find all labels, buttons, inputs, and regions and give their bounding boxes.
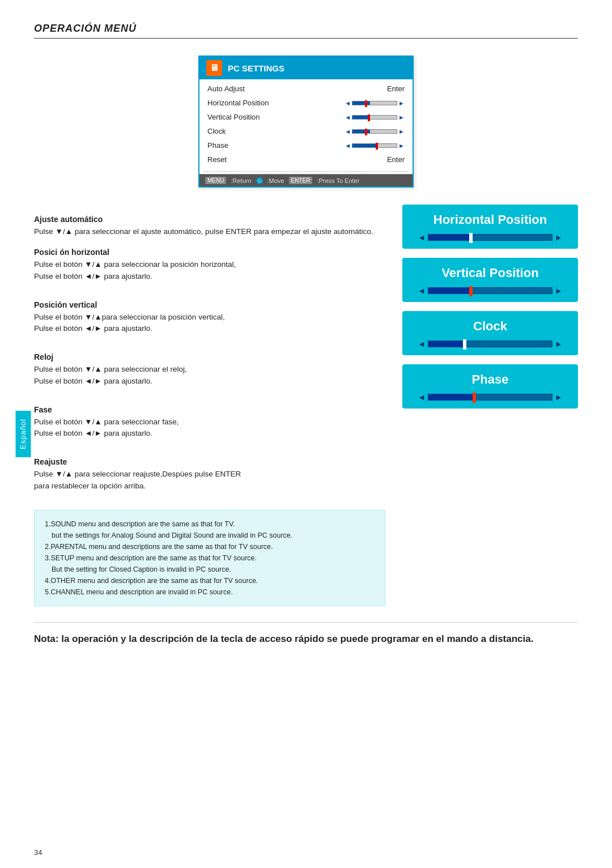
right-card-vertical: Vertical Position ◄ ►: [402, 258, 578, 302]
right-card-clock: Clock ◄ ►: [402, 311, 578, 355]
clock-bar-track: [352, 129, 397, 134]
pc-settings-footer: MENU :Return ⊙ :Move ENTER :Press To Ent…: [199, 174, 413, 186]
phase-left-arrow: ◄: [345, 142, 351, 149]
right-card-phase-slider: ◄ ►: [411, 393, 569, 402]
phase-card-left-arrow: ◄: [418, 393, 426, 402]
right-card-v-slider: ◄ ►: [411, 286, 569, 295]
pc-row-reset-value: Enter: [387, 155, 405, 164]
h-card-left-arrow: ◄: [418, 233, 426, 242]
v-left-arrow: ◄: [345, 114, 351, 121]
right-card-phase-title: Phase: [411, 372, 569, 387]
phase-card-right-arrow: ►: [555, 393, 563, 402]
clock-bar-thumb: [365, 129, 367, 135]
right-card-phase: Phase ◄ ►: [402, 364, 578, 409]
section-phase-text1: Pulse el botón ▼/▲ para seleccionar fase…: [34, 416, 385, 428]
clock-card-fill: [428, 341, 465, 347]
pc-row-vertical-position: Vertical Position ◄ ►: [199, 110, 413, 124]
phase-card-thumb: [473, 393, 476, 403]
pc-row-phase-label: Phase: [207, 141, 275, 150]
pc-settings-box: 🖥 PC SETTINGS Auto Adjust Enter Horizont…: [198, 56, 414, 188]
section-clock-text2: Pulse el botón ◄/► para ajustarlo.: [34, 376, 385, 387]
section-v-text1: Pulse el botón ▼/▲para seleccionar la po…: [34, 312, 385, 323]
pc-row-clock: Clock ◄ ►: [199, 124, 413, 138]
phase-card-fill: [428, 394, 475, 400]
section-clock: Reloj Pulse el botón ▼/▲ para selecciona…: [34, 352, 385, 387]
clock-right-arrow: ►: [398, 128, 405, 135]
phase-bar-track: [352, 143, 397, 148]
section-auto-adjust: Ajuste automático Pulse ▼/▲ para selecci…: [34, 215, 385, 237]
note-box: 1.SOUND menu and description are the sam…: [34, 510, 385, 606]
sidebar-label: Español: [15, 411, 31, 457]
left-arrow: ◄: [345, 100, 351, 107]
pc-settings-icon: 🖥: [206, 60, 222, 76]
right-card-clock-title: Clock: [411, 319, 569, 334]
pc-settings-title: PC SETTINGS: [228, 63, 284, 73]
section-phase: Fase Pulse el botón ▼/▲ para seleccionar…: [34, 405, 385, 440]
section-reset: Reajuste Pulse ▼/▲ para seleccionar reaj…: [34, 457, 385, 492]
clock-card-track: [428, 341, 552, 347]
note-item-5: 4.OTHER menu and description are the sam…: [45, 575, 375, 586]
section-reset-text1: Pulse ▼/▲ para seleccionar reajuste,Desp…: [34, 469, 385, 480]
clock-card-thumb: [463, 339, 466, 350]
clock-card-right-arrow: ►: [555, 339, 563, 348]
v-card-thumb: [469, 286, 473, 296]
pc-row-phase: Phase ◄ ►: [199, 138, 413, 152]
clock-left-arrow: ◄: [345, 128, 351, 135]
h-card-thumb: [469, 233, 473, 243]
section-v-position: Posición vertical Pulse el botón ▼/▲para…: [34, 300, 385, 335]
section-reset-text2: para restablecer la opción arriba.: [34, 480, 385, 492]
section-auto-adjust-text: Pulse ▼/▲ para seleccionar el ajuste aut…: [34, 226, 385, 237]
footer-move-label: :Move: [267, 177, 284, 184]
pc-settings-rows: Auto Adjust Enter Horizontal Position ◄ …: [199, 79, 413, 169]
footer-monitor-icon: ⊙: [256, 177, 263, 184]
phase-right-arrow: ►: [398, 142, 405, 149]
section-h-heading: Posici ón horizontal: [34, 248, 385, 257]
right-card-v-title: Vertical Position: [411, 266, 569, 280]
phase-bar-thumb: [376, 143, 378, 150]
pc-settings-wrapper: 🖥 PC SETTINGS Auto Adjust Enter Horizont…: [34, 56, 578, 188]
pc-row-v-slider: ◄ ►: [345, 114, 405, 121]
section-v-heading: Posición vertical: [34, 300, 385, 309]
right-card-clock-slider: ◄ ►: [411, 339, 569, 348]
section-clock-heading: Reloj: [34, 352, 385, 361]
pc-row-phase-slider: ◄ ►: [345, 142, 405, 149]
section-v-text2: Pulse el botón ◄/► para ajustarlo.: [34, 323, 385, 334]
note-item-1: but the settings for Analog Sound and Di…: [45, 530, 375, 541]
note-item-4: But the setting for Closed Caption is in…: [45, 564, 375, 575]
pc-row-v-label: Vertical Position: [207, 113, 275, 121]
pc-row-h-label: Horizontal Position: [207, 99, 275, 107]
pc-row-auto-adjust-value: Enter: [387, 84, 405, 93]
pc-row-clock-label: Clock: [207, 127, 275, 135]
note-item-3: 3.SETUP menu and description are the sam…: [45, 552, 375, 564]
pc-row-auto-adjust: Auto Adjust Enter: [199, 82, 413, 96]
footer-return-label: :Return: [231, 177, 251, 184]
pc-settings-divider: [204, 171, 408, 172]
pc-row-auto-adjust-label: Auto Adjust: [207, 84, 275, 93]
footer-enter-label: :Press To Enter: [317, 177, 359, 184]
v-card-left-arrow: ◄: [418, 286, 426, 295]
v-right-arrow: ►: [398, 114, 405, 121]
note-item-0: 1.SOUND menu and description are the sam…: [45, 518, 375, 530]
right-card-horizontal: Horizontal Position ◄ ►: [402, 205, 578, 249]
h-card-fill: [428, 235, 471, 240]
h-card-right-arrow: ►: [555, 233, 563, 242]
section-phase-heading: Fase: [34, 405, 385, 414]
note-item-2: 2.PARENTAL menu and descriptions are the…: [45, 541, 375, 552]
phase-card-track: [428, 394, 552, 401]
pc-row-horizontal-position: Horizontal Position ◄ ►: [199, 96, 413, 110]
pc-settings-header: 🖥 PC SETTINGS: [199, 57, 413, 79]
pc-row-h-slider: ◄ ►: [345, 100, 405, 107]
section-h-text1: Pulse el botón ▼/▲ para seleccionar la p…: [34, 259, 385, 270]
v-card-right-arrow: ►: [555, 286, 563, 295]
left-column: Ajuste automático Pulse ▼/▲ para selecci…: [34, 205, 385, 606]
clock-card-left-arrow: ◄: [418, 339, 426, 348]
v-card-track: [428, 287, 552, 294]
v-bar-thumb: [368, 114, 370, 121]
right-card-h-slider: ◄ ►: [411, 233, 569, 242]
section-reset-heading: Reajuste: [34, 457, 385, 466]
section-auto-adjust-heading: Ajuste automático: [34, 215, 385, 224]
section-h-position: Posici ón horizontal Pulse el botón ▼/▲ …: [34, 248, 385, 282]
note-item-6: 5.CHANNEL menu and description are inval…: [45, 586, 375, 598]
section-phase-text2: Pulse el botón ◄/► para ajustarlo.: [34, 428, 385, 439]
big-note-text: Nota: la operación y la descripción de l…: [34, 633, 533, 644]
